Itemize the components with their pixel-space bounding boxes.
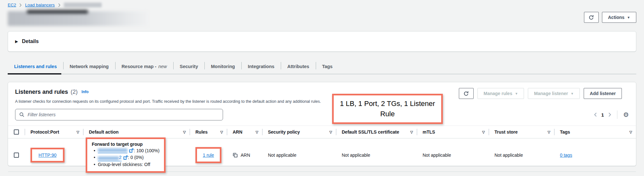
ec2-load-balancer-page: EC2 Load balancers Actions ▼ ▶ Details L… xyxy=(0,0,644,176)
tags-link[interactable]: 0 tags xyxy=(560,153,572,158)
tab-label: Integrations xyxy=(248,64,274,69)
tab-resource-map[interactable]: Resource map -new xyxy=(115,59,173,74)
filter-listeners-searchbox xyxy=(15,109,223,120)
target-group-2-name-suffix: 2 xyxy=(119,154,122,161)
tab-new-badge: new xyxy=(158,64,167,69)
info-link[interactable]: Info xyxy=(82,90,89,94)
tab-bar: Listeners and rules Network mapping Reso… xyxy=(8,59,636,74)
column-rules: Rules xyxy=(195,129,208,135)
trust-store-value: Not applicable xyxy=(494,153,523,158)
search-icon xyxy=(19,112,24,117)
manage-rules-button[interactable]: Manage rules ▼ xyxy=(477,88,524,99)
column-protocol-port: Protocol:Port xyxy=(30,129,59,135)
tab-listeners-and-rules[interactable]: Listeners and rules xyxy=(8,59,63,74)
panel-count: (2) xyxy=(71,89,78,95)
annotation-protocol-box: HTTP:90 xyxy=(30,148,64,163)
annotation-rules-box: 1 rule xyxy=(195,147,221,163)
target-group-1-name-redacted xyxy=(98,148,127,152)
tab-integrations[interactable]: Integrations xyxy=(241,59,281,74)
sort-icon[interactable]: ▽ xyxy=(220,130,227,134)
chevron-down-icon: ▼ xyxy=(627,16,630,19)
target-group-2-weight: : 0 (0%) xyxy=(128,154,144,161)
breadcrumb-load-balancers-link[interactable]: Load balancers xyxy=(25,3,55,7)
column-arn: ARN xyxy=(233,129,242,135)
external-link-icon[interactable] xyxy=(129,148,133,153)
tab-label: Network mapping xyxy=(70,64,109,69)
mtls-value: Not applicable xyxy=(423,153,451,158)
tab-network-mapping[interactable]: Network mapping xyxy=(63,59,115,74)
listener-http90-link[interactable]: HTTP:90 xyxy=(39,153,56,158)
column-tags: Tags xyxy=(560,129,570,135)
annotation-note: 1 LB, 1 Port, 2 TGs, 1 Listener Rule xyxy=(332,94,443,124)
filter-listeners-input[interactable] xyxy=(28,112,219,117)
sort-icon[interactable]: ▽ xyxy=(482,130,489,134)
table-header-row: Protocol:Port▽ Default action▽ Rules▽ AR… xyxy=(8,126,636,138)
default-ssl-certificate-value: Not applicable xyxy=(342,153,370,158)
tab-label: Listeners and rules xyxy=(14,64,57,69)
sort-icon[interactable]: ▽ xyxy=(630,130,636,134)
actions-button-label: Actions xyxy=(608,15,624,20)
refresh-button[interactable] xyxy=(584,12,599,23)
breadcrumb-current-redacted xyxy=(64,3,102,7)
forward-to-target-group-title: Forward to target group xyxy=(92,142,159,147)
listeners-panel: Listeners and rules (2) Info A listener … xyxy=(8,82,636,166)
manage-listener-button[interactable]: Manage listener ▼ xyxy=(528,88,580,99)
add-listener-button[interactable]: Add listener xyxy=(584,88,622,99)
tab-security[interactable]: Security xyxy=(173,59,204,74)
panel-description: A listener checks for connection request… xyxy=(15,99,336,104)
rules-link[interactable]: 1 rule xyxy=(203,153,214,158)
breadcrumb: EC2 Load balancers xyxy=(0,0,644,7)
details-section[interactable]: ▶ Details xyxy=(8,31,636,52)
row-checkbox[interactable] xyxy=(14,153,19,158)
actions-button[interactable]: Actions ▼ xyxy=(602,12,636,23)
column-default-ssl-certificate: Default SSL/TLS certificate xyxy=(342,129,399,135)
chevron-down-icon: ▼ xyxy=(571,92,574,95)
tab-monitoring[interactable]: Monitoring xyxy=(204,59,241,74)
arn-label: ARN xyxy=(241,153,250,158)
annotation-text: 1 LB, 1 Port, 2 TGs, 1 Listener Rule xyxy=(338,99,437,119)
copy-icon[interactable] xyxy=(233,153,238,158)
tab-tags[interactable]: Tags xyxy=(316,59,339,74)
next-page-icon[interactable] xyxy=(608,112,611,117)
page-title-redacted xyxy=(8,11,148,26)
settings-gear-icon[interactable]: ⚙ xyxy=(623,111,629,118)
target-group-2-item: 2 : 0 (0%) xyxy=(92,154,159,161)
sort-icon[interactable]: ▽ xyxy=(256,130,262,134)
sort-icon[interactable]: ▽ xyxy=(548,130,554,134)
tab-attributes[interactable]: Attributes xyxy=(281,59,315,74)
table-row: HTTP:90 Forward to target group : xyxy=(8,138,636,172)
chevron-down-icon: ▼ xyxy=(515,92,518,95)
target-group-2-link[interactable]: 2 xyxy=(98,154,122,161)
stickiness-item: Group-level stickiness: Off xyxy=(92,161,159,168)
column-default-action: Default action xyxy=(89,129,119,135)
target-group-2-name-redacted xyxy=(98,156,119,160)
previous-page-icon[interactable] xyxy=(594,112,597,117)
column-security-policy: Security policy xyxy=(268,129,300,135)
sort-icon[interactable]: ▽ xyxy=(410,130,417,134)
tab-label: Attributes xyxy=(287,64,309,69)
refresh-icon xyxy=(463,91,469,96)
add-listener-label: Add listener xyxy=(590,91,616,96)
target-group-1-link[interactable] xyxy=(98,148,127,153)
divider xyxy=(617,110,617,119)
page-header: Actions ▼ xyxy=(0,7,644,26)
panel-refresh-button[interactable] xyxy=(459,88,474,99)
group-level-stickiness: Group-level stickiness: Off xyxy=(98,161,150,168)
sort-icon[interactable]: ▽ xyxy=(77,130,83,134)
chevron-right-icon xyxy=(58,3,61,7)
select-all-checkbox[interactable] xyxy=(14,129,19,135)
breadcrumb-ec2-link[interactable]: EC2 xyxy=(8,3,16,7)
target-group-1-item: : 100 (100%) xyxy=(92,147,159,154)
current-page-number[interactable]: 1 xyxy=(601,112,604,118)
details-label: Details xyxy=(22,39,39,44)
sort-icon[interactable]: ▽ xyxy=(330,130,336,134)
external-link-icon[interactable] xyxy=(123,155,128,160)
tab-label: Monitoring xyxy=(211,64,235,69)
sort-icon[interactable]: ▽ xyxy=(183,130,190,134)
chevron-right-icon xyxy=(19,3,22,7)
pagination: 1 ⚙ xyxy=(594,110,629,119)
listeners-table: Protocol:Port▽ Default action▽ Rules▽ AR… xyxy=(8,126,636,172)
tab-label: Tags xyxy=(322,64,333,69)
expand-triangle-icon: ▶ xyxy=(15,39,18,44)
target-group-1-weight: : 100 (100%) xyxy=(134,147,159,154)
